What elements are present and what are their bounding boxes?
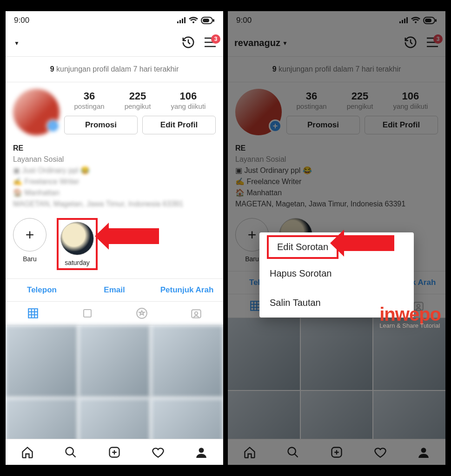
stat-posts[interactable]: 36postingan [74, 90, 105, 110]
status-time: 9:00 [14, 16, 29, 25]
svg-rect-1 [203, 19, 209, 22]
svg-rect-2 [213, 19, 214, 22]
username-dropdown[interactable]: ▼ [12, 40, 20, 46]
bio-category: Layanan Sosial [13, 154, 216, 165]
status-icons [177, 17, 215, 24]
tab-grid[interactable] [6, 302, 60, 325]
wifi-icon [189, 17, 198, 24]
notification-badge: 3 [211, 34, 220, 44]
highlight-new[interactable]: + Baru [13, 218, 46, 263]
svg-point-6 [194, 312, 198, 315]
stat-followers[interactable]: 225pengikut [125, 90, 151, 110]
menu-delete-highlight[interactable]: Hapus Sorotan [259, 259, 414, 288]
signal-icon [177, 17, 186, 24]
post-thumb[interactable] [6, 325, 78, 397]
screenshot-left: 9:00 ▼ 3 9 kunjungan profil dalam 7 hari… [6, 11, 223, 465]
stat-following[interactable]: 106yang diikuti [171, 90, 206, 110]
nav-add[interactable] [93, 439, 136, 465]
tagged-icon [190, 307, 202, 319]
bio-line: MAGETAN, Magetan, Jawa Timur, Indonesia … [13, 198, 216, 210]
bottom-nav [6, 439, 223, 465]
status-bar: 9:00 [6, 11, 223, 30]
highlight-thumb [60, 222, 94, 255]
nav-profile[interactable] [179, 439, 223, 465]
add-post-icon [108, 446, 121, 459]
insights-text: kunjungan profil dalam 7 hari terakhir [54, 65, 179, 73]
watermark-tag: Learn & Share Tutorial [379, 322, 441, 329]
tab-feed[interactable] [60, 302, 114, 325]
svg-point-9 [199, 448, 204, 453]
highlight-item[interactable]: saturday [57, 218, 98, 270]
profile-icon [195, 446, 207, 458]
menu-button[interactable]: 3 [204, 37, 217, 49]
tab-saved[interactable] [114, 302, 169, 325]
insights-count: 9 [50, 65, 54, 73]
home-icon [21, 446, 34, 459]
nav-home[interactable] [6, 439, 49, 465]
svg-point-7 [66, 447, 73, 455]
avatar[interactable]: + [13, 89, 60, 135]
contact-row: Telepon Email Petunjuk Arah [6, 278, 223, 302]
bio-line: ✍️ Freelance Writer [13, 176, 216, 187]
nav-activity[interactable] [136, 439, 180, 465]
watermark-brand: inwepo [379, 304, 441, 324]
heart-icon [152, 446, 165, 459]
tab-tagged[interactable] [169, 302, 223, 325]
profile-tabs [6, 302, 223, 325]
plus-icon: + [13, 218, 46, 251]
watermark: inwepo Learn & Share Tutorial [379, 304, 441, 329]
star-circle-icon [136, 307, 148, 319]
battery-icon [201, 17, 215, 24]
bio-name: RE [13, 143, 216, 154]
add-story-icon[interactable]: + [46, 119, 60, 132]
grid-icon [27, 307, 39, 319]
nav-search[interactable] [49, 439, 93, 465]
profile-insights[interactable]: 9 kunjungan profil dalam 7 hari terakhir [6, 57, 223, 82]
menu-edit-highlight[interactable]: Edit Sorotan [267, 235, 338, 259]
svg-rect-3 [84, 310, 91, 317]
feed-icon [82, 308, 93, 319]
search-icon [64, 446, 77, 459]
svg-rect-5 [192, 310, 201, 317]
highlights-row: + Baru saturday [6, 215, 223, 278]
post-thumb[interactable] [79, 325, 151, 397]
chevron-down-icon: ▼ [14, 40, 20, 46]
profile-block: + 36postingan 225pengikut 106yang diikut… [6, 82, 223, 140]
bio-line: ▣ Just Ordinary ppl 😂 [13, 165, 216, 176]
annotation-arrow [108, 228, 159, 244]
contact-directions[interactable]: Petunjuk Arah [151, 279, 223, 301]
annotation-arrow [343, 235, 394, 251]
screenshot-right: 9:00 revanaguz ▼ 3 9 kunjungan profil da… [228, 11, 445, 465]
contact-phone[interactable]: Telepon [6, 279, 78, 301]
bio: RE Layanan Sosial ▣ Just Ordinary ppl 😂 … [6, 140, 223, 215]
clock-history-icon [181, 35, 195, 49]
edit-profile-button[interactable]: Edit Profil [142, 116, 216, 134]
profile-header: ▼ 3 [6, 30, 223, 57]
archive-button[interactable] [181, 35, 195, 51]
promo-button[interactable]: Promosi [64, 116, 138, 134]
contact-email[interactable]: Email [78, 279, 151, 301]
post-thumb[interactable] [151, 325, 223, 397]
bio-line: 🏠 Manhattan [13, 187, 216, 198]
